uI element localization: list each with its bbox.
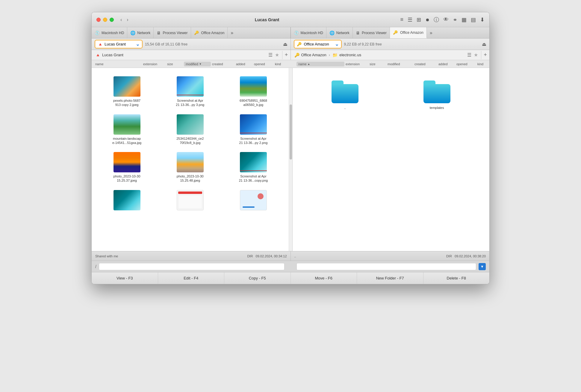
list-item[interactable]: Screenshot at Apr21 13-36...py 3.png <box>160 74 220 110</box>
left-col-modified[interactable]: modified ▼ <box>184 62 211 66</box>
compress-icon[interactable]: ▦ <box>462 16 467 23</box>
sort-arrow: ▼ <box>199 63 202 66</box>
left-tab-more[interactable]: » <box>228 27 236 38</box>
left-storage-info: 15,54 GB of 16,11 GB free <box>145 42 281 46</box>
right-new-tab-button[interactable]: + <box>481 51 489 59</box>
minimize-button[interactable] <box>103 18 107 22</box>
command-dropdown-button[interactable]: ▼ <box>479 263 486 270</box>
tabs-bar: 💿 Macintosh HD 🌐 Network 🖥 Process Viewe… <box>92 27 489 39</box>
right-tab-more[interactable]: » <box>427 27 435 38</box>
left-tab-process-viewer[interactable]: 🖥 Process Viewer <box>154 27 191 38</box>
left-tab-office-amazon[interactable]: 🔑 Office Amazon <box>191 27 228 38</box>
toggle-icon[interactable]: ⏺ <box>425 17 429 22</box>
right-col-modified[interactable]: modified <box>386 62 413 66</box>
right-star-icon[interactable]: ★ <box>474 52 478 58</box>
left-col-ext[interactable]: extension <box>142 62 166 66</box>
left-col-created[interactable]: created <box>211 62 235 66</box>
left-col-kind[interactable]: kind <box>274 62 292 66</box>
right-eject-icon[interactable]: ⏏ <box>482 41 486 47</box>
left-location-dropdown[interactable]: 🔺 Lucas Grant ⌄ <box>95 40 143 48</box>
right-command-input[interactable] <box>296 263 476 270</box>
info-icon[interactable]: ⓘ <box>434 16 439 23</box>
right-file-pane[interactable]: .. templates <box>293 68 490 251</box>
list-item[interactable]: Screenshot at Apr21 13-36...py 2.png <box>223 112 284 148</box>
right-tab-network[interactable]: 🌐 Network <box>326 27 353 38</box>
right-col-size[interactable]: size <box>368 62 386 66</box>
right-list-view-icon[interactable]: ☰ <box>467 52 471 58</box>
left-breadcrumb: 🔺 Lucas Grant <box>92 53 265 57</box>
right-status-type: DIR 09.02.2024, 00:38:20 <box>446 254 486 258</box>
file-thumbnail <box>114 114 140 135</box>
command-slash: / <box>95 264 96 269</box>
left-col-opened[interactable]: opened <box>253 62 274 66</box>
list-item[interactable]: .. <box>302 78 388 113</box>
maximize-button[interactable] <box>110 18 114 22</box>
right-tab-office-amazon[interactable]: 🔑 Office Amazon <box>390 27 427 38</box>
right-command-area: ▼ <box>296 263 486 270</box>
new-folder-f7-key[interactable]: New Folder - F7 <box>357 272 423 284</box>
left-location-icon: 🔺 <box>98 42 103 47</box>
status-bar: Shared with me DIR 09.02.2024, 00:34:12 … <box>92 251 489 261</box>
folder-icon[interactable]: ▤ <box>471 16 476 23</box>
list-item[interactable]: 6904758951_6868a06560_b.jpg <box>223 74 284 110</box>
right-col-opened[interactable]: opened <box>455 62 476 66</box>
move-f6-key[interactable]: Move - F6 <box>291 272 357 284</box>
right-network-icon: 🌐 <box>329 31 335 35</box>
left-col-name[interactable]: name <box>94 62 142 66</box>
left-col-added[interactable]: added <box>235 62 253 66</box>
list-item[interactable]: Screenshot at Apr21 13-36...copy.png <box>223 150 284 185</box>
left-scrollbar-thumb[interactable] <box>290 104 292 159</box>
left-tab-network[interactable]: 🌐 Network <box>127 27 154 38</box>
download-icon[interactable]: ⬇ <box>480 16 485 23</box>
right-col-name[interactable]: name ▲ <box>296 62 344 66</box>
list-icon[interactable]: ☰ <box>408 16 412 23</box>
right-tab-process-viewer[interactable]: 🖥 Process Viewer <box>353 27 390 38</box>
back-button[interactable]: ‹ <box>119 16 124 23</box>
right-location-dropdown[interactable]: 🔑 Office Amazon ⌄ <box>294 40 342 48</box>
left-eject-icon[interactable]: ⏏ <box>283 41 288 47</box>
left-status-type: DIR 09.02.2024, 00:34:12 <box>247 254 287 258</box>
view-f3-key[interactable]: View - F3 <box>92 272 158 284</box>
left-command-input[interactable] <box>99 263 285 270</box>
main-window: ‹ › Lucas Grant ≡ ☰ ⊞ ⏺ ⓘ 👁 ⚭ ▦ ▤ ⬇ 💿 Ma… <box>91 12 490 284</box>
left-file-pane[interactable]: pexels-photo-5687913 copy 2.jpeg Screens… <box>92 68 289 251</box>
close-button[interactable] <box>96 18 101 22</box>
list-item[interactable]: mountain-landscape-14541...51gxa.jpg <box>96 112 157 148</box>
left-new-tab-button[interactable]: + <box>282 51 290 59</box>
left-list-view-icon[interactable]: ☰ <box>268 52 273 58</box>
right-storage-info: 9,22 EB of 9,22 EB free <box>344 42 480 46</box>
list-item[interactable]: photo_2023-10-3015.25.37.jpeg <box>96 150 157 185</box>
grid-icon[interactable]: ⊞ <box>417 16 421 23</box>
right-tab-macintosh[interactable]: 💿 Macintosh HD <box>291 27 326 38</box>
list-item[interactable] <box>223 188 284 215</box>
forward-button[interactable]: › <box>125 16 130 23</box>
file-name: photo_2023-10-3015.25.48.jpeg <box>177 174 204 183</box>
list-item[interactable] <box>96 188 157 215</box>
right-col-ext[interactable]: extension <box>344 62 368 66</box>
list-item[interactable]: photo_2023-10-3015.25.48.jpeg <box>160 150 220 185</box>
nav-buttons: ‹ › <box>119 16 130 23</box>
left-col-size[interactable]: size <box>166 62 184 66</box>
right-col-added[interactable]: added <box>437 62 455 66</box>
file-thumbnail <box>114 76 140 97</box>
column-headers: name extension size modified ▼ created a… <box>92 60 489 68</box>
left-star-icon[interactable]: ★ <box>275 52 279 58</box>
list-item[interactable]: templates <box>394 78 480 113</box>
menu-icon[interactable]: ≡ <box>400 16 403 23</box>
list-item[interactable]: pexels-photo-5687913 copy 2.jpeg <box>96 74 157 110</box>
folder-icon <box>332 80 358 103</box>
left-scrollbar[interactable] <box>289 68 292 251</box>
left-tab-macintosh[interactable]: 💿 Macintosh HD <box>92 27 127 38</box>
list-item[interactable]: 25341240344_ce270f19c8_b.jpg <box>160 112 220 148</box>
list-item[interactable] <box>160 188 220 215</box>
eye-icon[interactable]: 👁 <box>443 16 449 23</box>
right-col-created[interactable]: created <box>413 62 437 66</box>
file-name: photo_2023-10-3015.25.37.jpeg <box>114 174 140 183</box>
copy-f5-key[interactable]: Copy - F5 <box>224 272 291 284</box>
binoculars-icon[interactable]: ⚭ <box>453 16 457 23</box>
delete-f8-key[interactable]: Delete - F8 <box>423 272 490 284</box>
edit-f4-key[interactable]: Edit - F4 <box>158 272 225 284</box>
main-content: pexels-photo-5687913 copy 2.jpeg Screens… <box>92 68 489 251</box>
right-col-kind[interactable]: kind <box>476 62 490 66</box>
right-location-arrow: ⌄ <box>335 41 339 47</box>
